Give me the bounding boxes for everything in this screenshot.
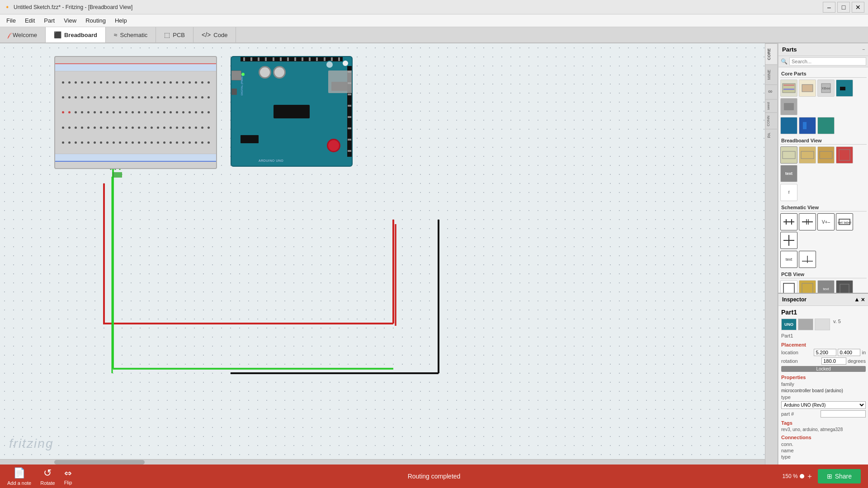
part-item[interactable] [836,80,853,97]
part-item[interactable] [799,213,816,230]
scrollbar-thumb[interactable] [54,460,145,465]
cat-tab-mine[interactable]: MINE [765,65,777,84]
menu-part[interactable]: Part [39,16,59,25]
part-item[interactable] [817,146,835,164]
part-item[interactable] [799,251,816,268]
zoom-level: 150 % [783,473,798,479]
menu-view[interactable]: View [59,16,81,25]
menubar: File Edit Part View Routing Help [0,14,868,27]
share-button[interactable]: ⊞ Share [818,469,861,483]
svg-text:V+–: V+– [822,220,830,225]
arduino-dot [343,61,348,66]
part-item[interactable] [780,98,797,115]
part-item[interactable] [780,117,797,134]
cat-tab-pa[interactable]: PA [765,129,777,141]
part-item[interactable] [799,146,816,164]
part-item[interactable] [780,146,797,164]
arduino-chip [274,105,310,118]
inspector-part-title: Part1 [781,309,866,316]
tab-breadboard[interactable]: ⬛ Breadboard [46,27,106,42]
inspector-location-y[interactable] [838,349,860,356]
status-tool-flip[interactable]: ⇔ Flip [64,468,72,485]
part-item[interactable] [836,146,853,164]
tab-welcome[interactable]: 𝒻 Welcome [0,27,46,42]
svg-rect-12 [803,122,807,129]
share-icon: ⊞ [827,473,832,480]
svg-rect-4 [802,84,813,92]
core-parts-row1: XBee [780,80,867,115]
status-tool-note[interactable]: 📄 Add a note [7,467,31,486]
cat-tab-core[interactable]: CORE [765,43,777,65]
maximize-button[interactable]: □ [837,2,850,13]
menu-routing[interactable]: Routing [81,16,110,25]
part-item[interactable]: text [817,280,835,293]
cat-tab-seed[interactable]: seed [765,99,777,113]
minimize-button[interactable]: – [823,2,835,13]
svg-rect-10 [783,120,795,131]
part-item[interactable] [780,232,797,249]
part-item[interactable]: text [780,165,797,182]
part-item[interactable]: XBee [817,80,835,97]
part-item[interactable]: text [780,251,797,268]
part-item[interactable] [780,280,797,293]
inspector-type-row: type [781,394,866,400]
menu-help[interactable]: Help [110,16,132,25]
core-parts-title: Core Parts [780,69,867,78]
part-item[interactable] [780,213,797,230]
parts-grid: Core Parts XBee [778,67,868,293]
inspector-location-x[interactable] [814,349,836,356]
tab-code[interactable]: </> Code [193,27,236,42]
inspector-icon-blank1[interactable] [798,319,813,330]
part-item[interactable] [799,80,816,97]
canvas-area[interactable]: fritzing [0,43,765,465]
titlebar-title: Untitled Sketch.fzz* - Fritzing - [Bread… [14,4,823,10]
arduino-digital-label: DIGITAL (PWM~) [241,75,243,96]
part-item[interactable] [799,117,816,134]
inspector-arrow-up[interactable]: ▲ [854,296,860,303]
part-item[interactable]: V+– [817,213,835,230]
inspector-icon-uno[interactable]: UNO [781,319,797,330]
inspector-rotation-row: rotation degrees [781,357,866,365]
breadboard[interactable] [54,56,217,169]
menu-edit[interactable]: Edit [20,16,39,25]
part-item[interactable]: f [780,184,797,201]
breadboard-view-row: text [780,146,867,182]
inspector-type-select[interactable]: Arduino UNO (Rev3) [781,401,866,409]
part-item[interactable] [799,280,816,293]
part-item[interactable] [836,280,853,293]
zoom-info: 150 % ＋ [783,472,813,481]
inspector-content: Part1 UNO v. 5 Part1 Placement location … [778,306,868,465]
inspector-conn-label: conn. [781,441,793,447]
parts-minimize[interactable]: – [862,47,865,52]
parts-search-input[interactable] [789,57,866,66]
cat-tab-conn[interactable]: CONN [765,113,777,129]
part-item[interactable] [817,117,835,134]
pcb-view-title: PCB View [780,270,867,278]
part-icon3: XBee [819,81,833,95]
inspector-close-button[interactable]: × [861,296,865,303]
inspector-locked-badge: Locked [781,366,866,372]
inspector-connections-title: Connections [781,435,866,440]
inspector-rotation-value[interactable] [821,357,846,365]
main: fritzing [0,43,868,465]
menu-file[interactable]: File [2,16,20,25]
breadboard-holes [60,75,212,150]
part-item[interactable]: net label [836,213,853,230]
inspector-partnum-value[interactable] [821,410,866,418]
arduino-board[interactable]: ARDUINO UNO DIGITAL (PWM~) [231,56,353,167]
window-controls: – □ ✕ [823,2,864,13]
zoom-plus-button[interactable]: ＋ [806,472,813,481]
close-button[interactable]: ✕ [852,2,864,13]
part-item[interactable] [780,80,797,97]
tab-pcb[interactable]: ⬚ PCB [156,27,193,42]
inspector-icon-blank2[interactable] [815,319,830,330]
inspector-title: Inspector [782,296,807,303]
arduino-capacitor2 [273,66,286,79]
tab-schematic[interactable]: ≈ Schematic [106,27,156,42]
parts-search-bar: 🔍 [778,56,868,67]
cat-tab-infinity[interactable]: ∞ [765,84,777,99]
status-tool-rotate[interactable]: ↺ Rotate [40,467,55,486]
canvas-scrollbar[interactable] [0,459,765,465]
inspector-part-icons: UNO v. 5 [781,319,866,330]
svg-rect-9 [784,103,794,110]
